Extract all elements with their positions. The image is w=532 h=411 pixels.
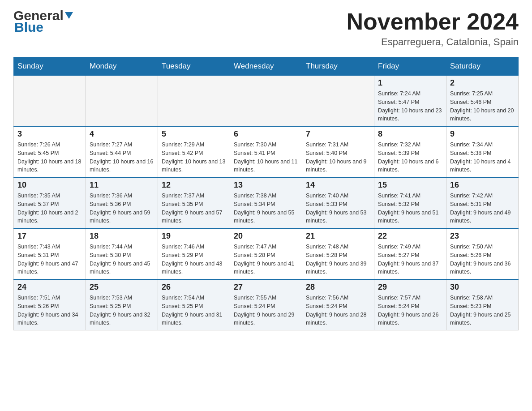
- day-number: 16: [450, 180, 515, 190]
- day-info: Sunrise: 7:37 AMSunset: 5:35 PMDaylight:…: [162, 193, 223, 224]
- title-area: November 2024 Esparreguera, Catalonia, S…: [347, 9, 519, 48]
- day-number: 13: [234, 180, 298, 190]
- logo: General Blue: [13, 9, 73, 35]
- day-number: 23: [450, 231, 515, 241]
- cell-week1-day3: [230, 76, 302, 127]
- week-row-4: 17 Sunrise: 7:43 AMSunset: 5:31 PMDaylig…: [14, 228, 519, 279]
- day-number: 9: [450, 129, 515, 139]
- day-number: 8: [378, 129, 442, 139]
- day-info: Sunrise: 7:58 AMSunset: 5:23 PMDaylight:…: [450, 295, 511, 326]
- week-row-2: 3 Sunrise: 7:26 AMSunset: 5:45 PMDayligh…: [14, 126, 519, 177]
- col-wednesday: Wednesday: [230, 57, 302, 76]
- cell-week2-day1: 4 Sunrise: 7:27 AMSunset: 5:44 PMDayligh…: [86, 126, 158, 177]
- cell-week5-day1: 25 Sunrise: 7:53 AMSunset: 5:25 PMDaylig…: [86, 279, 158, 330]
- day-info: Sunrise: 7:25 AMSunset: 5:46 PMDaylight:…: [450, 90, 514, 122]
- location-title: Esparreguera, Catalonia, Spain: [347, 36, 519, 48]
- day-info: Sunrise: 7:24 AMSunset: 5:47 PMDaylight:…: [378, 90, 442, 122]
- cell-week1-day6: 2 Sunrise: 7:25 AMSunset: 5:46 PMDayligh…: [446, 76, 519, 127]
- day-info: Sunrise: 7:44 AMSunset: 5:30 PMDaylight:…: [90, 244, 150, 275]
- day-info: Sunrise: 7:49 AMSunset: 5:27 PMDaylight:…: [378, 244, 439, 275]
- month-title: November 2024: [347, 9, 519, 34]
- day-info: Sunrise: 7:57 AMSunset: 5:24 PMDaylight:…: [378, 295, 439, 326]
- cell-week3-day5: 15 Sunrise: 7:41 AMSunset: 5:32 PMDaylig…: [374, 177, 446, 228]
- day-info: Sunrise: 7:40 AMSunset: 5:33 PMDaylight:…: [306, 193, 367, 224]
- day-info: Sunrise: 7:46 AMSunset: 5:29 PMDaylight:…: [162, 244, 223, 275]
- day-info: Sunrise: 7:54 AMSunset: 5:25 PMDaylight:…: [162, 295, 223, 326]
- col-saturday: Saturday: [446, 57, 519, 76]
- day-number: 30: [450, 283, 515, 292]
- cell-week1-day1: [86, 76, 158, 127]
- cell-week2-day5: 8 Sunrise: 7:32 AMSunset: 5:39 PMDayligh…: [374, 126, 446, 177]
- cell-week4-day2: 19 Sunrise: 7:46 AMSunset: 5:29 PMDaylig…: [158, 228, 230, 279]
- col-sunday: Sunday: [14, 57, 86, 76]
- cell-week1-day4: [302, 76, 374, 127]
- day-info: Sunrise: 7:55 AMSunset: 5:24 PMDaylight:…: [234, 295, 295, 326]
- cell-week3-day4: 14 Sunrise: 7:40 AMSunset: 5:33 PMDaylig…: [302, 177, 374, 228]
- day-number: 14: [306, 180, 370, 190]
- cell-week4-day1: 18 Sunrise: 7:44 AMSunset: 5:30 PMDaylig…: [86, 228, 158, 279]
- day-number: 15: [378, 180, 442, 190]
- week-row-3: 10 Sunrise: 7:35 AMSunset: 5:37 PMDaylig…: [14, 177, 519, 228]
- week-row-1: 1 Sunrise: 7:24 AMSunset: 5:47 PMDayligh…: [14, 76, 519, 127]
- day-number: 6: [234, 129, 298, 139]
- cell-week4-day4: 21 Sunrise: 7:48 AMSunset: 5:28 PMDaylig…: [302, 228, 374, 279]
- cell-week5-day3: 27 Sunrise: 7:55 AMSunset: 5:24 PMDaylig…: [230, 279, 302, 330]
- cell-week2-day3: 6 Sunrise: 7:30 AMSunset: 5:41 PMDayligh…: [230, 126, 302, 177]
- day-info: Sunrise: 7:48 AMSunset: 5:28 PMDaylight:…: [306, 244, 367, 275]
- day-number: 27: [234, 283, 298, 292]
- day-info: Sunrise: 7:35 AMSunset: 5:37 PMDaylight:…: [17, 193, 78, 224]
- day-info: Sunrise: 7:34 AMSunset: 5:38 PMDaylight:…: [450, 141, 511, 173]
- logo-blue-text: Blue: [14, 20, 43, 35]
- day-info: Sunrise: 7:31 AMSunset: 5:40 PMDaylight:…: [306, 141, 367, 173]
- day-info: Sunrise: 7:53 AMSunset: 5:25 PMDaylight:…: [90, 295, 150, 326]
- day-number: 19: [162, 231, 226, 241]
- day-number: 1: [378, 78, 442, 88]
- cell-week4-day0: 17 Sunrise: 7:43 AMSunset: 5:31 PMDaylig…: [14, 228, 86, 279]
- day-number: 17: [17, 231, 82, 241]
- cell-week4-day5: 22 Sunrise: 7:49 AMSunset: 5:27 PMDaylig…: [374, 228, 446, 279]
- calendar-table: Sunday Monday Tuesday Wednesday Thursday…: [13, 57, 519, 330]
- day-info: Sunrise: 7:29 AMSunset: 5:42 PMDaylight:…: [162, 141, 225, 173]
- cell-week4-day6: 23 Sunrise: 7:50 AMSunset: 5:26 PMDaylig…: [446, 228, 519, 279]
- cell-week3-day3: 13 Sunrise: 7:38 AMSunset: 5:34 PMDaylig…: [230, 177, 302, 228]
- day-number: 2: [450, 78, 515, 88]
- cell-week3-day2: 12 Sunrise: 7:37 AMSunset: 5:35 PMDaylig…: [158, 177, 230, 228]
- day-number: 12: [162, 180, 226, 190]
- day-number: 29: [378, 283, 442, 292]
- day-number: 10: [17, 180, 82, 190]
- col-thursday: Thursday: [302, 57, 374, 76]
- col-tuesday: Tuesday: [158, 57, 230, 76]
- day-info: Sunrise: 7:27 AMSunset: 5:44 PMDaylight:…: [90, 141, 153, 173]
- cell-week3-day6: 16 Sunrise: 7:42 AMSunset: 5:31 PMDaylig…: [446, 177, 519, 228]
- col-monday: Monday: [86, 57, 158, 76]
- cell-week1-day0: [14, 76, 86, 127]
- day-number: 26: [162, 283, 226, 292]
- cell-week5-day6: 30 Sunrise: 7:58 AMSunset: 5:23 PMDaylig…: [446, 279, 519, 330]
- cell-week5-day4: 28 Sunrise: 7:56 AMSunset: 5:24 PMDaylig…: [302, 279, 374, 330]
- day-info: Sunrise: 7:38 AMSunset: 5:34 PMDaylight:…: [234, 193, 295, 224]
- header: General Blue November 2024 Esparreguera,…: [13, 9, 519, 48]
- day-info: Sunrise: 7:51 AMSunset: 5:26 PMDaylight:…: [17, 295, 78, 326]
- day-number: 5: [162, 129, 226, 139]
- cell-week1-day2: [158, 76, 230, 127]
- day-number: 7: [306, 129, 370, 139]
- cell-week3-day1: 11 Sunrise: 7:36 AMSunset: 5:36 PMDaylig…: [86, 177, 158, 228]
- day-info: Sunrise: 7:36 AMSunset: 5:36 PMDaylight:…: [90, 193, 150, 224]
- cell-week2-day0: 3 Sunrise: 7:26 AMSunset: 5:45 PMDayligh…: [14, 126, 86, 177]
- day-info: Sunrise: 7:30 AMSunset: 5:41 PMDaylight:…: [234, 141, 297, 173]
- day-info: Sunrise: 7:41 AMSunset: 5:32 PMDaylight:…: [378, 193, 439, 224]
- day-info: Sunrise: 7:43 AMSunset: 5:31 PMDaylight:…: [17, 244, 78, 275]
- day-info: Sunrise: 7:32 AMSunset: 5:39 PMDaylight:…: [378, 141, 439, 173]
- cell-week5-day2: 26 Sunrise: 7:54 AMSunset: 5:25 PMDaylig…: [158, 279, 230, 330]
- day-number: 3: [17, 129, 82, 139]
- day-info: Sunrise: 7:26 AMSunset: 5:45 PMDaylight:…: [17, 141, 81, 173]
- day-number: 21: [306, 231, 370, 241]
- day-info: Sunrise: 7:50 AMSunset: 5:26 PMDaylight:…: [450, 244, 511, 275]
- cell-week3-day0: 10 Sunrise: 7:35 AMSunset: 5:37 PMDaylig…: [14, 177, 86, 228]
- cell-week2-day6: 9 Sunrise: 7:34 AMSunset: 5:38 PMDayligh…: [446, 126, 519, 177]
- day-info: Sunrise: 7:56 AMSunset: 5:24 PMDaylight:…: [306, 295, 367, 326]
- day-number: 11: [90, 180, 154, 190]
- day-number: 22: [378, 231, 442, 241]
- cell-week2-day4: 7 Sunrise: 7:31 AMSunset: 5:40 PMDayligh…: [302, 126, 374, 177]
- day-number: 25: [90, 283, 154, 292]
